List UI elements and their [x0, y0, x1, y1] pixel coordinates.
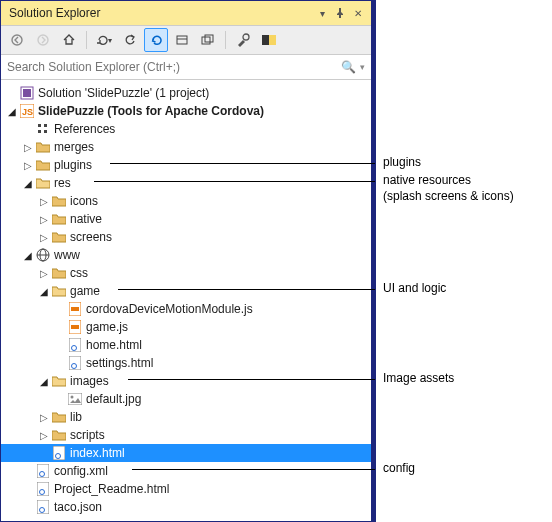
expander-icon[interactable]: ◢ [21, 178, 35, 189]
folder-open-icon [51, 283, 67, 299]
folder-label: game [70, 284, 100, 298]
collapse-button[interactable] [170, 28, 194, 52]
expander-icon[interactable]: ▷ [21, 142, 35, 153]
folder-www-images[interactable]: ◢ images [1, 372, 371, 390]
folder-www-css[interactable]: ▷ css [1, 264, 371, 282]
folder-label: plugins [54, 158, 92, 172]
expander-icon[interactable]: ◢ [5, 106, 19, 117]
solution-node[interactable]: Solution 'SlidePuzzle' (1 project) [1, 84, 371, 102]
pin-icon[interactable] [331, 4, 349, 22]
folder-plugins[interactable]: ▷ plugins [1, 156, 371, 174]
file-label: game.js [86, 320, 128, 334]
html-file-icon [67, 355, 83, 371]
svg-rect-2 [177, 36, 187, 44]
expander-icon[interactable]: ◢ [37, 286, 51, 297]
svg-rect-8 [262, 35, 269, 45]
file-taco-json[interactable]: taco.json [1, 498, 371, 516]
expander-icon[interactable]: ▷ [21, 160, 35, 171]
back-button[interactable] [5, 28, 29, 52]
folder-label: icons [70, 194, 98, 208]
svg-rect-16 [44, 130, 47, 133]
js-file-icon [67, 301, 83, 317]
solution-explorer-panel: Solution Explorer ▾ ✕ ▾ 🔍 ▾ Solution 'Sl… [0, 0, 376, 522]
folder-www-lib[interactable]: ▷ lib [1, 408, 371, 426]
close-icon[interactable]: ✕ [349, 4, 367, 22]
expander-icon[interactable]: ▷ [37, 196, 51, 207]
expander-icon[interactable]: ▷ [37, 214, 51, 225]
folder-label: images [70, 374, 109, 388]
svg-rect-13 [38, 124, 41, 127]
project-label: SlidePuzzle (Tools for Apache Cordova) [38, 104, 264, 118]
expander-icon[interactable]: ▷ [37, 232, 51, 243]
folder-icon [51, 427, 67, 443]
svg-rect-5 [205, 35, 213, 42]
references-node[interactable]: References [1, 120, 371, 138]
search-input[interactable] [5, 59, 337, 75]
svg-rect-15 [38, 130, 41, 133]
file-label: home.html [86, 338, 142, 352]
file-project-readme[interactable]: Project_Readme.html [1, 480, 371, 498]
file-home-html[interactable]: home.html [1, 336, 371, 354]
dropdown-icon[interactable]: ▾ [360, 62, 367, 72]
folder-icon [51, 229, 67, 245]
html-file-icon [35, 481, 51, 497]
scope-button[interactable]: ▾ [92, 28, 116, 52]
js-project-icon: JS [19, 103, 35, 119]
leader-line [132, 469, 375, 470]
annotation-native: native resources [383, 173, 471, 187]
folder-res-icons[interactable]: ▷ icons [1, 192, 371, 210]
svg-rect-10 [23, 89, 31, 97]
svg-rect-23 [71, 325, 79, 329]
annotation-native-2: (splash screens & icons) [383, 189, 514, 203]
forward-button[interactable] [31, 28, 55, 52]
references-label: References [54, 122, 115, 136]
expander-icon[interactable]: ▷ [37, 412, 51, 423]
svg-rect-21 [71, 307, 79, 311]
file-cdm-js[interactable]: cordovaDeviceMotionModule.js [1, 300, 371, 318]
project-node[interactable]: ◢ JS SlidePuzzle (Tools for Apache Cordo… [1, 102, 371, 120]
folder-label: merges [54, 140, 94, 154]
expander-icon[interactable]: ◢ [21, 250, 35, 261]
folder-res-native[interactable]: ▷ native [1, 210, 371, 228]
folder-label: css [70, 266, 88, 280]
sync-button[interactable] [118, 28, 142, 52]
file-settings-html[interactable]: settings.html [1, 354, 371, 372]
file-index-html[interactable]: index.html [1, 444, 371, 462]
home-button[interactable] [57, 28, 81, 52]
expander-icon[interactable]: ◢ [37, 376, 51, 387]
html-file-icon [51, 445, 67, 461]
references-icon [35, 121, 51, 137]
folder-www-game[interactable]: ◢ game [1, 282, 371, 300]
search-icon[interactable]: 🔍 [337, 60, 360, 74]
html-file-icon [67, 337, 83, 353]
leader-line [94, 181, 375, 182]
folder-res[interactable]: ◢ res [1, 174, 371, 192]
search-row[interactable]: 🔍 ▾ [1, 55, 371, 80]
file-label: config.xml [54, 464, 108, 478]
dropdown-icon[interactable]: ▾ [313, 4, 331, 22]
file-label: taco.json [54, 500, 102, 514]
refresh-button[interactable] [144, 28, 168, 52]
preview-button[interactable] [257, 28, 281, 52]
folder-label: scripts [70, 428, 105, 442]
folder-www-scripts[interactable]: ▷ scripts [1, 426, 371, 444]
leader-line [118, 289, 375, 290]
folder-www[interactable]: ◢ www [1, 246, 371, 264]
folder-label: www [54, 248, 80, 262]
folder-merges[interactable]: ▷ merges [1, 138, 371, 156]
file-label: cordovaDeviceMotionModule.js [86, 302, 253, 316]
globe-icon [35, 247, 51, 263]
file-default-jpg[interactable]: default.jpg [1, 390, 371, 408]
expander-icon[interactable]: ▷ [37, 268, 51, 279]
folder-icon [35, 157, 51, 173]
file-config-xml[interactable]: config.xml [1, 462, 371, 480]
expander-icon[interactable]: ▷ [37, 430, 51, 441]
show-all-button[interactable] [196, 28, 220, 52]
folder-label: native [70, 212, 102, 226]
file-game-js[interactable]: game.js [1, 318, 371, 336]
folder-icon [51, 409, 67, 425]
annotation-image-assets: Image assets [383, 371, 454, 385]
annotation-plugins: plugins [383, 155, 421, 169]
folder-res-screens[interactable]: ▷ screens [1, 228, 371, 246]
properties-button[interactable] [231, 28, 255, 52]
